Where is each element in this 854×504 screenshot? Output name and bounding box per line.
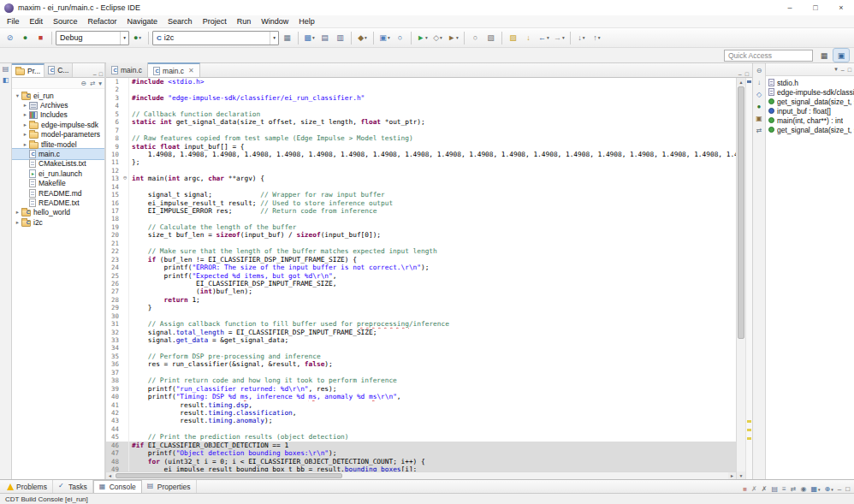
quick-access-input[interactable]: Quick Access: [724, 50, 813, 62]
debug-history-button[interactable]: ●▾: [130, 30, 145, 45]
scroll-down-arrow-icon[interactable]: ▼: [737, 471, 745, 479]
explorer-item-archives[interactable]: ▸Archives: [12, 100, 104, 110]
explorer-item-makefile[interactable]: Makefile: [12, 179, 104, 188]
chevron-down-icon[interactable]: ▾: [120, 32, 128, 44]
code-line-22[interactable]: 22 // Make sure that the length of the b…: [106, 247, 736, 255]
menu-search[interactable]: Search: [163, 17, 198, 26]
external-tools-button[interactable]: ►▾: [446, 30, 460, 45]
clear-console-button[interactable]: ▤: [771, 486, 778, 493]
twisty-icon[interactable]: ▸: [21, 122, 29, 128]
code-line-11[interactable]: 11};: [106, 158, 736, 166]
code-area[interactable]: 1#include <stdio.h>23#include "edge-impu…: [106, 78, 736, 471]
code-line-35[interactable]: 35 // Perform DSP pre-processing and inf…: [106, 353, 736, 360]
menu-window[interactable]: Window: [256, 17, 294, 26]
code-line-40[interactable]: 40 printf("Timing: DSP %d ms, inference …: [106, 393, 736, 400]
code-line-29[interactable]: 29 }: [106, 304, 736, 311]
overview-mark[interactable]: [747, 80, 751, 83]
hide-static-members-button[interactable]: ●: [757, 104, 762, 110]
hide-non-public-button[interactable]: ▣: [756, 116, 762, 122]
code-line-37[interactable]: 37: [106, 369, 736, 377]
link-with-editor-button[interactable]: ⇄: [90, 80, 95, 87]
code-line-16[interactable]: 16 ei_impulse_result_t result; // Used t…: [106, 199, 736, 207]
explorer-item-readme-txt[interactable]: README.txt: [12, 198, 104, 207]
code-line-4[interactable]: 4: [106, 102, 736, 110]
minimize-editor-button[interactable]: –: [738, 71, 742, 77]
tab-problems[interactable]: Problems: [2, 480, 53, 493]
link-outline-with-editor-button[interactable]: ⇄: [756, 127, 762, 134]
chevron-down-icon[interactable]: ▾: [270, 32, 278, 44]
tab-tasks[interactable]: Tasks: [53, 480, 93, 493]
editor-tab-main-c-1[interactable]: main.c: [106, 62, 148, 77]
menu-edit[interactable]: Edit: [25, 17, 49, 26]
overview-mark[interactable]: [747, 437, 751, 440]
word-wrap-button[interactable]: ⇄: [791, 486, 797, 493]
code-line-28[interactable]: 28 return 1;: [106, 296, 736, 304]
code-line-48[interactable]: 48 for (uint32_t i = 0; i < EI_CLASSIFIE…: [106, 458, 736, 465]
terminate-console-button[interactable]: ■: [743, 486, 747, 493]
maximize-console-button[interactable]: □: [845, 486, 850, 493]
twisty-icon[interactable]: ▸: [21, 141, 29, 148]
explorer-item-cmakelists-txt[interactable]: CMakeLists.txt: [12, 159, 104, 169]
toggle-source-header-button[interactable]: ▧: [483, 30, 498, 45]
horizontal-scrollbar[interactable]: ◄ ►: [106, 471, 736, 479]
minimize-console-button[interactable]: –: [838, 486, 841, 493]
minimize-button[interactable]: –: [777, 0, 803, 15]
remove-launch-button[interactable]: ✗: [751, 486, 757, 493]
scroll-up-arrow-icon[interactable]: ▲: [737, 78, 745, 86]
scroll-lock-button[interactable]: ≡: [782, 486, 786, 493]
code-line-20[interactable]: 20 size_t buf_len = sizeof(input_buf) / …: [106, 231, 736, 239]
code-line-19[interactable]: 19 // Calculate the length of the buffer: [106, 223, 736, 231]
open-console-button[interactable]: ⊕▾: [824, 486, 833, 493]
code-line-42[interactable]: 42 result.timing.classification,: [106, 409, 736, 417]
code-line-46[interactable]: 46#if EI_CLASSIFIER_OBJECT_DETECTION == …: [106, 442, 736, 449]
code-line-25[interactable]: 25 printf("Expected %d items, but got %d…: [106, 272, 736, 280]
collapse-all-button[interactable]: ⊖: [81, 80, 86, 87]
fold-marker-icon[interactable]: ⊖: [122, 175, 129, 182]
code-line-1[interactable]: 1#include <stdio.h>: [106, 78, 736, 86]
code-line-2[interactable]: 2: [106, 86, 736, 93]
new-wizard-button[interactable]: ▩▾: [302, 30, 317, 45]
twisty-icon[interactable]: ▾: [14, 92, 21, 99]
launch-configuration-combo[interactable]: Debug▾: [56, 31, 129, 45]
scroll-left-arrow-icon[interactable]: ◄: [106, 472, 114, 479]
open-perspective-button[interactable]: ▦: [816, 49, 832, 62]
open-element-button[interactable]: ○: [468, 30, 483, 45]
outline-item-get-signal-data[interactable]: get_signal_data(size_t, size_t, float*) …: [766, 97, 854, 106]
manage-configurations-button[interactable]: ▦: [280, 30, 294, 45]
overview-mark[interactable]: [747, 429, 751, 431]
code-line-34[interactable]: 34: [106, 344, 736, 352]
vertical-scrollbar-thumb[interactable]: [738, 86, 744, 339]
code-line-3[interactable]: 3#include "edge-impulse-sdk/classifier/e…: [106, 94, 736, 102]
code-line-49[interactable]: 49 ei_impulse_result_bounding_box_t bb =…: [106, 465, 736, 471]
display-selected-console-button[interactable]: ▦▾: [810, 486, 820, 493]
code-line-31[interactable]: 31 // Assign callback function to fill b…: [106, 320, 736, 328]
code-line-26[interactable]: 26 EI_CLASSIFIER_DSP_INPUT_FRAME_SIZE,: [106, 280, 736, 288]
code-line-9[interactable]: 9static float input_buf[] = {: [106, 143, 736, 151]
vertical-scrollbar[interactable]: ▲ ▼: [736, 78, 745, 479]
build-target-combo[interactable]: Ci2c▾: [152, 31, 279, 45]
code-line-14[interactable]: 14: [106, 183, 736, 191]
explorer-item-tflite-model[interactable]: ▸tflite-model: [12, 139, 104, 149]
code-line-32[interactable]: 32 signal.total_length = EI_CLASSIFIER_D…: [106, 329, 736, 336]
menu-navigate[interactable]: Navigate: [122, 17, 163, 26]
explorer-item-includes[interactable]: ▸Includes: [12, 110, 104, 120]
code-line-10[interactable]: 10 1.4908, 1.4908, 1.4908, 1.4908, 1.490…: [106, 151, 736, 158]
code-line-6[interactable]: 6static int get_signal_data(size_t offse…: [106, 118, 736, 126]
maximize-editor-button[interactable]: □: [745, 71, 749, 77]
minimize-outline-button[interactable]: –: [841, 67, 845, 73]
view-menu-button[interactable]: ▾: [98, 80, 102, 87]
maximize-outline-button[interactable]: □: [848, 67, 851, 73]
menu-file[interactable]: File: [2, 17, 25, 26]
code-line-47[interactable]: 47 printf("Object detection bounding box…: [106, 449, 736, 457]
build-button[interactable]: ◆▾: [355, 30, 370, 45]
maximize-button[interactable]: □: [803, 0, 828, 15]
profile-button[interactable]: ◇▾: [430, 30, 445, 45]
next-annotation-button[interactable]: ↓▾: [574, 30, 589, 45]
outline-item-main[interactable]: main(int, char**) : int: [766, 116, 854, 125]
run-button[interactable]: ►▾: [415, 30, 430, 45]
minimize-explorer-button[interactable]: –: [93, 71, 97, 77]
explorer-item-i2c[interactable]: ▸i2c: [12, 217, 104, 227]
forward-button[interactable]: →▾: [552, 30, 566, 45]
remove-all-terminated-button[interactable]: ✗: [762, 486, 768, 493]
debug-button[interactable]: ●: [18, 30, 33, 45]
